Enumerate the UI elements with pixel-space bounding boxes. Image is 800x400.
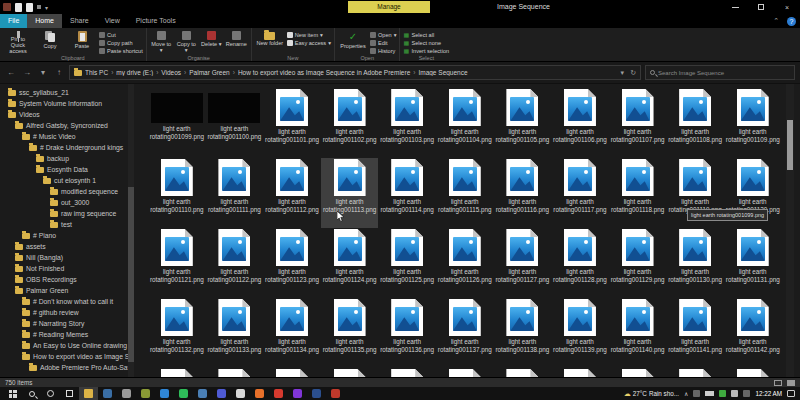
file-item[interactable] [436,368,494,377]
tab-picture-tools[interactable]: Picture Tools [128,14,184,28]
maximize-button[interactable] [748,0,774,14]
file-item[interactable]: light earth rotating001127.png [494,228,552,298]
sidebar-item[interactable]: How to export video as Image S [0,351,146,362]
sidebar-item[interactable]: Palmar Green [0,285,146,296]
file-item[interactable]: light earth rotating001122.png [206,228,264,298]
file-item[interactable]: light earth rotating001113.png [321,158,379,228]
files-scrollbar-thumb[interactable] [787,120,793,170]
sidebar-item[interactable]: OBS Recordings [0,274,146,285]
file-item[interactable]: light earth rotating001104.png [436,88,494,158]
qat-properties-icon[interactable] [15,3,22,12]
sidebar-item[interactable]: Videos [0,109,146,120]
file-item[interactable]: light earth rotating001100.png [206,88,264,158]
address-dropdown-icon[interactable]: ▾ [621,69,625,77]
file-item[interactable]: light earth rotating001131.png [724,228,782,298]
file-item[interactable]: light earth rotating001130.png [666,228,724,298]
file-item[interactable] [321,368,379,377]
action-center-icon[interactable] [787,390,795,397]
file-item[interactable]: light earth rotating001137.png [436,298,494,368]
file-item[interactable]: light earth rotating001124.png [321,228,379,298]
sidebar-item[interactable]: # github review [0,307,146,318]
new-folder-button[interactable]: New folder [255,30,285,54]
breadcrumb-item[interactable]: my drive (E:) [116,69,153,76]
start-button[interactable] [3,387,22,400]
sidebar-item[interactable]: # Drake Underground kings [0,142,146,153]
taskbar-search-button[interactable] [22,387,41,400]
taskbar-app-orange[interactable] [250,387,269,400]
details-view-icon[interactable] [774,380,782,386]
sidebar-item[interactable]: cut elosynth 1 [0,175,146,186]
file-item[interactable]: light earth rotating001110.png [148,158,206,228]
minimize-button[interactable] [722,0,748,14]
file-item[interactable]: light earth rotating001139.png [551,298,609,368]
file-item[interactable]: light earth rotating001099.png [148,88,206,158]
file-item[interactable]: light earth rotating001134.png [263,298,321,368]
file-item[interactable]: light earth rotating001141.png [666,298,724,368]
taskbar-app-steel[interactable] [193,387,212,400]
file-item[interactable] [206,368,264,377]
task-view-button[interactable] [60,387,79,400]
file-item[interactable]: light earth rotating001109.png [724,88,782,158]
file-item[interactable]: light earth rotating001135.png [321,298,379,368]
sidebar-item[interactable]: # Don't know what to call it [0,296,146,307]
history-button[interactable]: History [370,47,397,54]
taskbar-app-indigo[interactable] [212,387,231,400]
paste-button[interactable]: Paste [67,30,97,54]
forward-icon[interactable]: → [21,68,33,77]
sidebar-item[interactable]: # Reading Memes [0,329,146,340]
select-none-button[interactable]: ▦Select none [403,39,449,46]
taskbar-file-explorer[interactable] [79,387,98,400]
files-scrollbar[interactable] [786,84,794,377]
taskbar-app-folder-blue[interactable] [98,387,117,400]
copy-path-button[interactable]: Copy path [99,39,143,46]
contextual-tab-label[interactable]: Manage [348,1,430,13]
file-item[interactable]: light earth rotating001123.png [263,228,321,298]
file-item[interactable] [263,368,321,377]
back-icon[interactable]: ← [5,68,17,77]
file-item[interactable]: light earth rotating001133.png [206,298,264,368]
taskbar-app-green[interactable] [174,387,193,400]
file-item[interactable] [551,368,609,377]
recent-locations-icon[interactable]: ▾ [37,68,49,77]
sidebar-item[interactable]: System Volume Information [0,98,146,109]
rename-button[interactable]: Rename [225,30,248,54]
file-item[interactable]: light earth rotating001103.png [378,88,436,158]
file-item[interactable]: light earth rotating001108.png [666,88,724,158]
qat-item-icon[interactable] [37,5,41,9]
file-item[interactable]: light earth rotating001136.png [378,298,436,368]
sidebar-scrollbar-thumb[interactable] [128,187,134,363]
file-item[interactable]: light earth rotating001128.png [551,228,609,298]
sidebar-item[interactable]: raw img sequence [0,208,146,219]
file-item[interactable]: light earth rotating001125.png [378,228,436,298]
taskbar-app-crimson[interactable] [326,387,345,400]
file-item[interactable]: light earth rotating001126.png [436,228,494,298]
file-item[interactable]: light earth rotating001105.png [494,88,552,158]
taskbar-app-blue[interactable] [155,387,174,400]
cut-button[interactable]: Cut [99,31,143,38]
breadcrumb-item[interactable]: How to export video as Image Sequence in… [238,69,410,76]
tray-app-icon[interactable] [693,390,700,397]
file-item[interactable]: light earth rotating001115.png [436,158,494,228]
file-item[interactable]: light earth rotating001138.png [494,298,552,368]
sidebar-item[interactable]: Not Finished [0,263,146,274]
taskbar-app-gray[interactable] [117,387,136,400]
breadcrumb-item[interactable]: Palmar Green [189,69,229,76]
taskbar-app-purple[interactable] [288,387,307,400]
new-item-button[interactable]: New item ▾ [287,31,331,38]
file-item[interactable]: light earth rotating001117.png [551,158,609,228]
volume-icon[interactable] [743,390,750,397]
sidebar-item[interactable]: # Narrating Story [0,318,146,329]
tab-file[interactable]: File [0,14,27,28]
up-icon[interactable]: ↑ [53,68,65,77]
network-icon[interactable] [731,390,738,397]
file-item[interactable]: light earth rotating001121.png [148,228,206,298]
sidebar-item[interactable]: Eosynth Data [0,164,146,175]
file-item[interactable]: light earth rotating001107.png [609,88,667,158]
file-item[interactable] [724,368,782,377]
breadcrumb-item[interactable]: Videos [161,69,181,76]
tab-home[interactable]: Home [27,14,62,28]
tab-share[interactable]: Share [62,14,97,28]
taskbar-app-red[interactable] [269,387,288,400]
file-item[interactable] [609,368,667,377]
file-item[interactable]: light earth rotating001132.png [148,298,206,368]
